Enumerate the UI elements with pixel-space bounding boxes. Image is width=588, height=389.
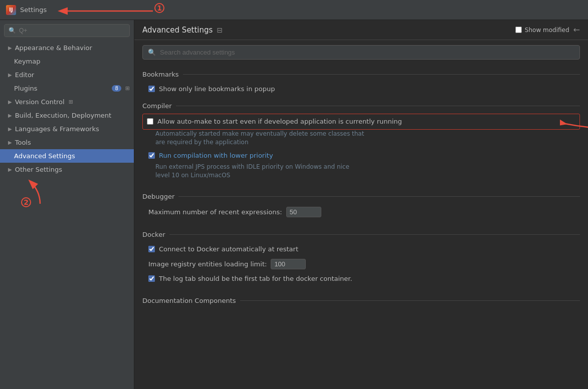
section-docker: Docker (142, 225, 580, 242)
sidebar-item-label: Appearance & Behavior (15, 44, 92, 52)
section-debugger: Debugger (142, 187, 580, 204)
auto-make-checkbox[interactable] (147, 118, 153, 125)
sidebar-search-input[interactable] (19, 27, 125, 34)
content-area: Advanced Settings ⊟ Show modified ← 🔍 Bo… (134, 20, 588, 389)
docker-log-tab-label: The log tab should be the first tab for … (159, 274, 352, 283)
sidebar-item-othersettings[interactable]: ▶ Other Settings (0, 163, 134, 176)
content-header: Advanced Settings ⊟ Show modified ← (134, 20, 588, 40)
sidebar-item-label: Advanced Settings (14, 152, 75, 160)
sidebar: 🔍 ▶ Appearance & Behavior Keymap ▶ Edito… (0, 20, 134, 389)
chevron-icon: ▶ (8, 167, 12, 172)
annotation-circle-1: 1 (154, 3, 164, 13)
content-body: Bookmarks Show only line bookmarks in po… (134, 65, 588, 389)
setting-lower-priority: Run compilation with lower priority (142, 149, 580, 163)
content-search-container[interactable]: 🔍 (142, 45, 580, 60)
content-search-input[interactable] (160, 49, 574, 56)
docker-auto-connect-label: Connect to Docker automatically at resta… (159, 245, 298, 254)
app-title: Settings (20, 6, 47, 14)
sidebar-item-editor[interactable]: ▶ Editor (0, 68, 134, 82)
sidebar-item-appearance[interactable]: ▶ Appearance & Behavior (0, 41, 134, 55)
section-bookmarks: Bookmarks (142, 65, 580, 82)
section-docker-label: Docker (142, 231, 165, 238)
chevron-icon: ▶ (8, 45, 12, 51)
sidebar-item-build[interactable]: ▶ Build, Execution, Deployment (0, 109, 134, 122)
chevron-icon: ▶ (8, 72, 12, 78)
section-debugger-label: Debugger (142, 193, 174, 200)
setting-recent-expressions: Maximum number of recent expressions: (142, 204, 580, 220)
sidebar-search-container[interactable]: 🔍 (4, 24, 130, 37)
recent-expressions-label: Maximum number of recent expressions: (148, 208, 282, 216)
annotation-arrow-2 (15, 176, 65, 206)
lower-priority-checkbox[interactable] (148, 152, 155, 159)
main-layout: 🔍 ▶ Appearance & Behavior Keymap ▶ Edito… (0, 20, 588, 389)
title-bar: IJ Settings 1 (0, 0, 588, 20)
lower-priority-label: Run compilation with lower priority (159, 151, 273, 160)
chevron-icon: ▶ (8, 113, 12, 118)
sidebar-item-label: Editor (15, 71, 34, 79)
recent-expressions-input[interactable] (286, 207, 321, 217)
sidebar-item-plugins[interactable]: Plugins 8 ⊞ (0, 82, 134, 95)
docker-auto-connect-checkbox[interactable] (148, 246, 155, 252)
sidebar-item-label: Version Control (15, 98, 65, 106)
section-documentation: Documentation Components (142, 291, 580, 308)
image-registry-input[interactable] (271, 259, 306, 269)
show-modified-checkbox[interactable] (515, 27, 522, 33)
content-header-left: Advanced Settings ⊟ (142, 26, 223, 35)
docker-log-tab-checkbox[interactable] (148, 275, 155, 282)
pin-icon[interactable]: ⊟ (217, 26, 223, 34)
app-logo: IJ (6, 5, 16, 15)
settings-icon: ⊞ (125, 85, 130, 92)
sidebar-item-label: Languages & Frameworks (15, 125, 99, 133)
sidebar-item-label: Other Settings (15, 166, 62, 173)
setting-image-registry: Image registry entities loading limit: (142, 256, 580, 272)
sidebar-item-label: Keymap (14, 58, 40, 65)
image-registry-label: Image registry entities loading limit: (148, 260, 267, 268)
page-title: Advanced Settings (142, 26, 213, 35)
setting-show-line-bookmarks: Show only line bookmarks in popup (142, 82, 580, 96)
section-documentation-label: Documentation Components (142, 297, 236, 304)
show-line-bookmarks-label: Show only line bookmarks in popup (159, 85, 275, 94)
setting-docker-auto-connect: Connect to Docker automatically at resta… (142, 242, 580, 256)
section-compiler-label: Compiler (142, 102, 172, 110)
back-icon[interactable]: ← (573, 25, 580, 35)
section-compiler: Compiler (142, 96, 580, 114)
sidebar-item-keymap[interactable]: Keymap (0, 55, 134, 68)
lower-priority-sublabel: Run external JPS process with IDLE prior… (142, 163, 580, 182)
annotation-circle-2: 2 (21, 197, 31, 207)
sidebar-item-label: Build, Execution, Deployment (15, 112, 111, 119)
sidebar-item-advancedsettings[interactable]: Advanced Settings (0, 149, 134, 163)
search-icon: 🔍 (9, 27, 16, 34)
chevron-icon: ▶ (8, 140, 12, 145)
sidebar-item-languages[interactable]: ▶ Languages & Frameworks (0, 122, 134, 136)
sidebar-item-versioncontrol[interactable]: ▶ Version Control ⊞ (0, 95, 134, 109)
section-bookmarks-label: Bookmarks (142, 71, 179, 78)
content-header-right: Show modified ← (515, 25, 580, 35)
auto-make-sublabel: Automatically started make may eventuall… (142, 130, 580, 149)
sidebar-item-label: Plugins (14, 85, 38, 92)
plugins-badge: 8 (112, 85, 121, 92)
chevron-icon: ▶ (8, 126, 12, 132)
setting-auto-make: Allow auto-make to start even if develop… (142, 114, 580, 130)
sidebar-item-tools[interactable]: ▶ Tools (0, 136, 134, 149)
show-modified-container[interactable]: Show modified (515, 27, 569, 34)
settings-icon: ⊞ (69, 99, 73, 105)
chevron-icon: ▶ (8, 99, 12, 105)
auto-make-label: Allow auto-make to start even if develop… (157, 117, 402, 126)
setting-docker-log-tab: The log tab should be the first tab for … (142, 272, 580, 286)
show-line-bookmarks-checkbox[interactable] (148, 86, 155, 92)
sidebar-item-label: Tools (15, 139, 31, 146)
search-icon: 🔍 (148, 49, 156, 56)
show-modified-label: Show modified (525, 27, 569, 34)
